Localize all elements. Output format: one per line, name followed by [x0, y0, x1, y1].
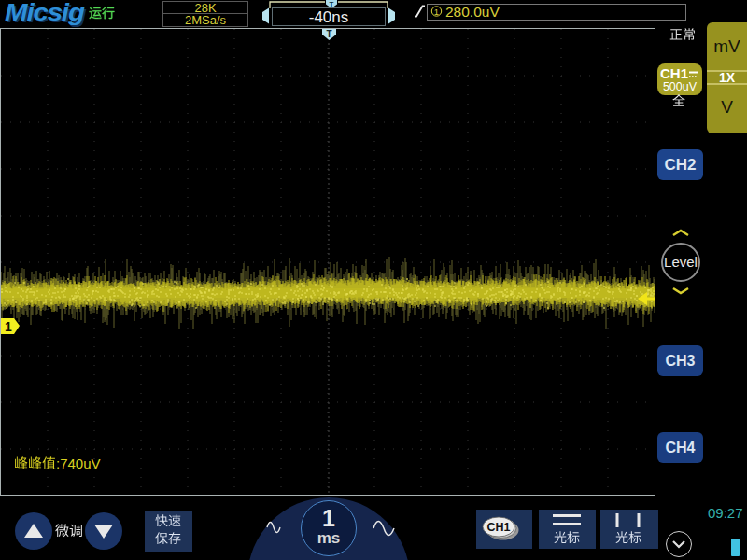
svg-text:1: 1 [5, 319, 12, 334]
svg-text::740uV: :740uV [56, 455, 101, 471]
svg-text:T: T [326, 29, 331, 39]
svg-text:CH1: CH1 [486, 521, 510, 534]
svg-text:1: 1 [434, 7, 439, 17]
svg-text:280.0uV: 280.0uV [445, 5, 500, 20]
